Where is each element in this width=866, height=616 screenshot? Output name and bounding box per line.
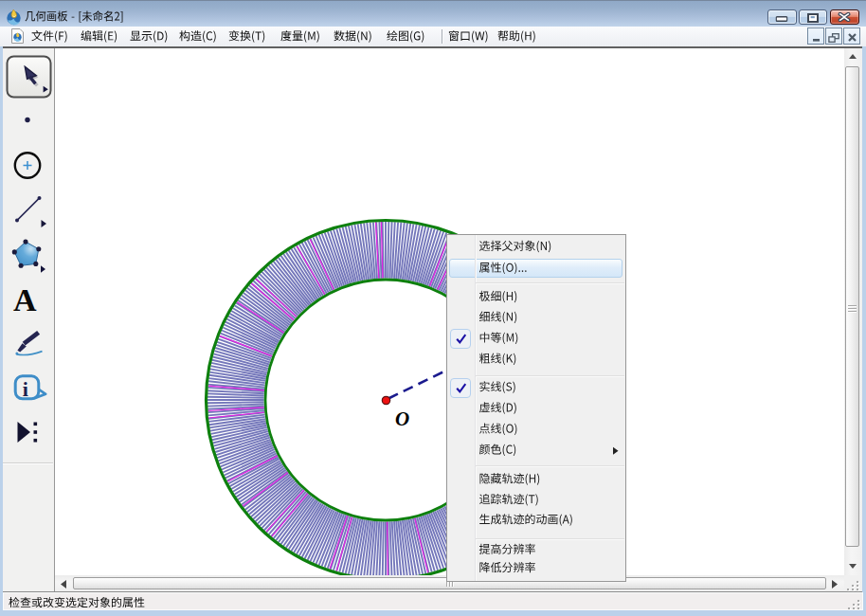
svg-text:O: O (395, 408, 409, 430)
svg-text:A: A (13, 282, 37, 317)
svg-text:i: i (23, 377, 28, 401)
